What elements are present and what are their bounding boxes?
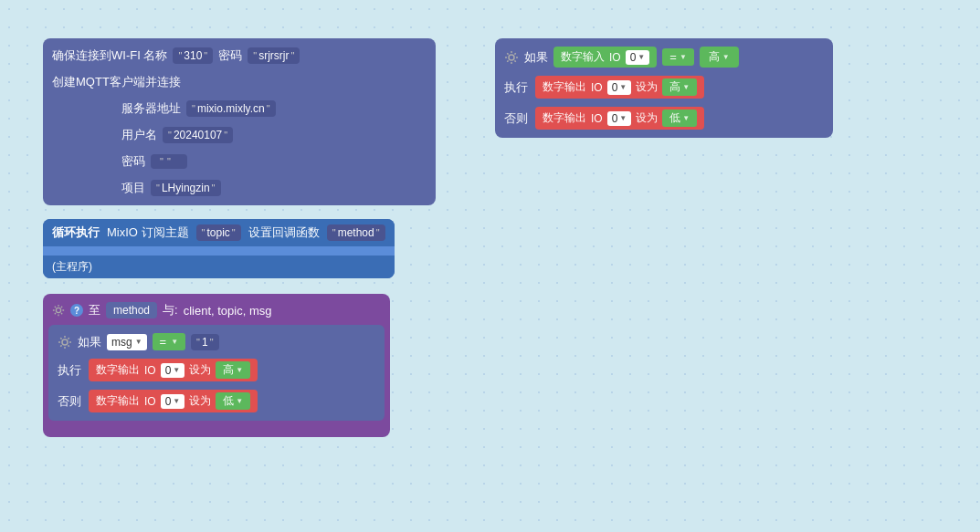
right-if-label: 如果 [524, 49, 548, 66]
eq-op-r[interactable]: = ▼ [662, 48, 694, 66]
io2-label-r: IO [591, 112, 603, 125]
set2-label-bottom: 设为 [189, 393, 211, 409]
io2-dropdown-r[interactable]: 0 ▼ [607, 111, 632, 126]
with-label-bottom: 与: [163, 302, 178, 318]
gear-icon-inner [58, 335, 72, 349]
io2-dropdown-bottom[interactable]: 0 ▼ [161, 394, 185, 409]
right-else-row: 否则 数字输出 IO 0 ▼ 设为 低 ▼ [501, 104, 827, 132]
gear-icon-bottom [52, 304, 65, 317]
io-dropdown-r[interactable]: 0 ▼ [626, 50, 650, 65]
val1-block-bottom[interactable]: " 1 " [191, 334, 219, 350]
loop-header: 循环执行 MixIO 订阅主题 " topic " 设置回调函数 " metho… [43, 219, 395, 246]
svg-point-2 [62, 339, 68, 345]
wifi-row: 确保连接到WI-FI 名称 " 310 " 密码 " srjrsrjr " [48, 44, 430, 68]
output1-block-bottom: 数字输出 IO 0 ▼ 设为 高 ▼ [89, 359, 258, 381]
io1-dropdown-r[interactable]: 0 ▼ [607, 80, 632, 95]
output1-label-bottom: 数字输出 [96, 362, 140, 378]
mixio-label: MixIO 订阅主题 [107, 224, 189, 241]
wifi-name-val[interactable]: 310 [184, 49, 202, 62]
topic-val[interactable]: topic [206, 226, 229, 239]
right-block-group: 如果 数字输入 IO 0 ▼ = ▼ 高 ▼ 执行 [495, 38, 833, 138]
loop-label: 循环执行 [52, 224, 100, 241]
left-block-group: 确保连接到WI-FI 名称 " 310 " 密码 " srjrsrjr " 创建… [43, 38, 436, 205]
mqtt-pass-row: 密码 " " [48, 150, 430, 173]
val1-val-bottom: 1 [202, 336, 208, 349]
project-label: 项目 [121, 180, 145, 196]
mqtt-pass-label: 密码 [121, 153, 145, 170]
low2-dropdown-r[interactable]: 低 ▼ [662, 110, 697, 127]
mqtt-label: 创建MQTT客户端并连接 [52, 74, 181, 90]
bottom-exec-row: 执行 数字输出 IO 0 ▼ 设为 高 ▼ [54, 356, 379, 384]
callback-label: 设置回调函数 [248, 224, 320, 241]
io2-label-bottom: IO [144, 395, 156, 408]
if-label-bottom: 如果 [78, 334, 101, 350]
else-label-r: 否则 [504, 110, 530, 127]
bottom-if-row: 如果 msg ▼ = ▼ " 1 " [54, 330, 379, 353]
q-icon-bottom: ? [70, 304, 83, 317]
eq-op-bottom[interactable]: = ▼ [153, 333, 186, 350]
params-label-bottom: client, topic, msg [184, 304, 272, 318]
server-val[interactable]: mixio.mixly.cn [197, 102, 265, 115]
wifi-label: 确保连接到WI-FI 名称 [52, 47, 167, 64]
bottom-block-group: ? 至 method 与: client, topic, msg 如果 msg [43, 294, 390, 437]
output2-block-r: 数字输出 IO 0 ▼ 设为 低 ▼ [535, 107, 704, 130]
server-label: 服务器地址 [121, 100, 181, 117]
else-label-bottom: 否则 [58, 393, 83, 410]
output1-label-r: 数字输出 [543, 79, 586, 95]
io-label-r: IO [609, 51, 621, 64]
high-dropdown-r[interactable]: 高 ▼ [700, 47, 739, 68]
username-val[interactable]: 20240107 [174, 129, 222, 141]
wifi-pass-val[interactable]: srjrsrjr [258, 49, 289, 62]
set1-label-bottom: 设为 [189, 362, 211, 378]
bottom-header-row: ? 至 method 与: client, topic, msg [48, 299, 385, 321]
low2-dropdown-bottom[interactable]: 低 ▼ [216, 392, 250, 410]
io1-label-r: IO [591, 81, 603, 94]
project-val[interactable]: LHyingzin [162, 182, 210, 194]
output2-label-r: 数字输出 [543, 110, 586, 126]
exec-label-r: 执行 [504, 79, 530, 96]
server-row: 服务器地址 " mixio.mixly.cn " [48, 97, 430, 120]
right-if-row: 如果 数字输入 IO 0 ▼ = ▼ 高 ▼ [501, 44, 827, 70]
high1-dropdown-bottom[interactable]: 高 ▼ [216, 361, 250, 379]
username-row: 用户名 " 20240107 " [48, 123, 430, 147]
output2-label-bottom: 数字输出 [96, 393, 140, 409]
input-label: 数字输入 [561, 49, 605, 65]
set2-label-r: 设为 [636, 110, 658, 126]
high1-dropdown-r[interactable]: 高 ▼ [662, 78, 697, 96]
to-label-bottom: 至 [89, 302, 100, 318]
mqtt-row: 创建MQTT客户端并连接 [48, 70, 430, 94]
svg-point-0 [509, 55, 514, 60]
svg-point-1 [56, 308, 60, 312]
exec-label-bottom: 执行 [58, 362, 83, 379]
io1-dropdown-bottom[interactable]: 0 ▼ [161, 363, 185, 378]
loop-block-group: 循环执行 MixIO 订阅主题 " topic " 设置回调函数 " metho… [43, 219, 395, 278]
output2-block-bottom: 数字输出 IO 0 ▼ 设为 低 ▼ [89, 390, 258, 412]
right-exec-row: 执行 数字输出 IO 0 ▼ 设为 高 ▼ [501, 73, 827, 101]
loop-footer-label: (主程序) [52, 260, 92, 273]
project-row: 项目 " LHyingzin " [48, 176, 430, 200]
username-label: 用户名 [121, 127, 157, 143]
set1-label-r: 设为 [636, 79, 658, 95]
password-label: 密码 [218, 47, 242, 64]
inner-blue-block-bottom: 如果 msg ▼ = ▼ " 1 " 执 [48, 325, 385, 421]
loop-footer: (主程序) [43, 256, 395, 278]
bottom-else-row: 否则 数字输出 IO 0 ▼ 设为 低 ▼ [54, 387, 379, 415]
method-val[interactable]: method [338, 226, 374, 239]
msg-dropdown-bottom[interactable]: msg ▼ [107, 334, 147, 350]
output1-block-r: 数字输出 IO 0 ▼ 设为 高 ▼ [535, 76, 704, 99]
io1-label-bottom: IO [144, 364, 156, 377]
method-block-bottom[interactable]: method [106, 302, 157, 318]
gear-icon-right [504, 50, 519, 65]
